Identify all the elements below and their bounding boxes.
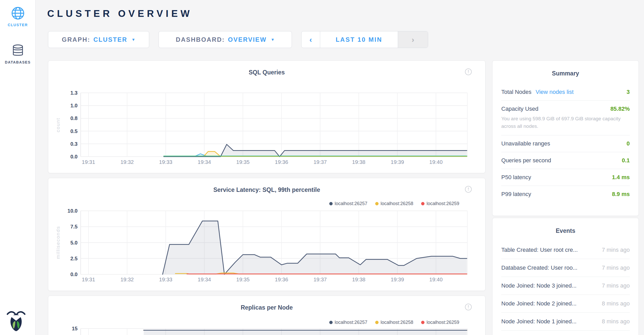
y-axis-tick: 1.0: [70, 103, 78, 108]
page-title: CLUSTER OVERVIEW: [47, 8, 193, 19]
graph-dropdown-label: GRAPH:: [62, 36, 90, 43]
y-axis-tick: 15: [72, 326, 78, 331]
y-axis-tick: 0.3: [70, 141, 78, 147]
x-axis-tick: 19:31: [82, 159, 95, 165]
graph-dropdown[interactable]: GRAPH: CLUSTER ▼: [48, 31, 149, 48]
x-axis-tick: 19:33: [159, 276, 172, 282]
summary-row-queries-per-second: Queries per second 0.1: [501, 152, 630, 169]
summary-row-label: Unavailable ranges: [501, 140, 550, 147]
event-label: Database Created: User roo...: [501, 264, 577, 271]
summary-row-label: Capacity Used: [501, 106, 538, 112]
event-label: Node Joined: Node 2 joined...: [501, 300, 577, 307]
y-axis-tick: 2.5: [70, 256, 78, 261]
event-row[interactable]: Node Joined: Node 2 joined... 8 mins ago: [501, 295, 630, 313]
summary-row-label: P99 latency: [501, 191, 531, 198]
database-icon: [11, 44, 24, 58]
sidebar: CLUSTER DATABASES: [0, 0, 36, 335]
view-nodes-list-link[interactable]: View nodes list: [536, 89, 573, 95]
y-axis-tick: 0.0: [70, 154, 78, 159]
x-axis-tick: 19:36: [275, 276, 288, 282]
y-axis-tick: 0.8: [70, 115, 78, 121]
x-axis-tick: 19:38: [352, 276, 365, 282]
y-axis-tick: 5.0: [70, 240, 78, 246]
x-axis-tick: 19:35: [236, 276, 250, 282]
event-time: 7 mins ago: [602, 282, 630, 289]
sidebar-item-databases[interactable]: DATABASES: [0, 44, 36, 64]
event-row[interactable]: Table Created: User root cre... 7 mins a…: [501, 241, 630, 259]
sql-queries-chart[interactable]: 0.00.30.50.81.01.319:3119:3219:3319:3419…: [48, 61, 486, 173]
y-axis-tick: 0.5: [70, 128, 78, 134]
x-axis-tick: 19:36: [275, 159, 288, 165]
summary-row-value: 8.9 ms: [612, 191, 630, 198]
time-range-value[interactable]: LAST 10 MIN: [320, 31, 398, 48]
event-label: Node Joined: Node 3 joined...: [501, 282, 577, 289]
event-label: Node Joined: Node 1 joined...: [501, 318, 577, 325]
chevron-down-icon: ▼: [132, 37, 135, 42]
cockroachdb-logo-icon[interactable]: [7, 310, 25, 332]
summary-row-value: 3: [627, 89, 630, 95]
x-axis-tick: 19:37: [313, 276, 327, 282]
x-axis-tick: 19:40: [429, 159, 443, 165]
summary-row-total-nodes: Total Nodes View nodes list 3: [501, 84, 630, 101]
events-title: Events: [501, 218, 630, 234]
time-range-selector: ‹ LAST 10 MIN ›: [301, 31, 428, 48]
x-axis-tick: 19:34: [198, 276, 211, 282]
chevron-down-icon: ▼: [271, 37, 275, 42]
capacity-note: You are using 598.9 GiB of 697.9 GiB sto…: [501, 115, 630, 130]
x-axis-tick: 19:33: [159, 159, 172, 165]
event-time: 8 mins ago: [602, 300, 630, 307]
y-axis-tick: 10.0: [67, 208, 78, 214]
sidebar-item-cluster[interactable]: CLUSTER: [0, 6, 36, 27]
x-axis-tick: 19:39: [391, 276, 404, 282]
event-time: 8 mins ago: [602, 318, 630, 325]
y-axis-tick: 7.5: [70, 224, 78, 229]
x-axis-tick: 19:35: [236, 159, 250, 165]
x-axis-tick: 19:37: [313, 159, 327, 165]
event-row[interactable]: Database Created: User roo... 7 mins ago: [501, 259, 630, 277]
summary-title: Summary: [501, 61, 630, 77]
event-label: Table Created: User root cre...: [501, 247, 578, 253]
x-axis-tick: 19:32: [120, 159, 134, 165]
service-latency-chart-panel: Service Latency: SQL, 99th percentile ! …: [48, 178, 485, 291]
summary-row-p50-latency: P50 latency 1.4 ms: [501, 169, 630, 186]
sidebar-item-label: CLUSTER: [0, 23, 36, 27]
x-axis-tick: 19:40: [429, 276, 443, 282]
x-axis-tick: 19:32: [120, 276, 134, 282]
dashboard-dropdown-value: OVERVIEW: [228, 36, 267, 43]
globe-icon: [11, 6, 25, 20]
dashboard-dropdown[interactable]: DASHBOARD: OVERVIEW ▼: [159, 31, 292, 48]
x-axis-tick: 19:31: [82, 276, 95, 282]
sql-queries-chart-panel: SQL Queries ! count 0.00.30.50.81.01.319…: [48, 60, 485, 173]
x-axis-tick: 19:34: [198, 159, 211, 165]
events-panel: Events Table Created: User root cre... 7…: [492, 218, 639, 335]
time-range-next-button[interactable]: ›: [398, 31, 428, 48]
summary-row-capacity-used: Capacity Used 85.82% You are using 598.9…: [501, 101, 630, 135]
event-row[interactable]: Node Joined: Node 1 joined... 8 mins ago: [501, 313, 630, 331]
dashboard-dropdown-label: DASHBOARD:: [176, 36, 225, 43]
cluster-overview-page: CLUSTER DATABASES CLUSTER OVERVIEW GRA: [0, 0, 644, 335]
summary-row-value: 1.4 ms: [612, 174, 630, 181]
summary-row-p99-latency: P99 latency 8.9 ms: [501, 186, 630, 203]
graph-dropdown-value: CLUSTER: [93, 36, 127, 43]
summary-row-value: 0.1: [622, 157, 630, 164]
service-latency-chart[interactable]: 0.02.55.07.510.019:3119:3219:3319:3419:3…: [48, 178, 486, 291]
event-time: 7 mins ago: [602, 247, 630, 253]
summary-panel: Summary Total Nodes View nodes list 3 Ca…: [492, 60, 639, 216]
summary-row-label: Total Nodes: [501, 89, 531, 95]
x-axis-tick: 19:39: [391, 159, 404, 165]
replicas-per-node-chart[interactable]: 15105019:3119:3219:3319:3419:3519:3619:3…: [48, 296, 486, 335]
time-range-prev-button[interactable]: ‹: [302, 31, 320, 48]
summary-row-value: 85.82%: [610, 106, 630, 112]
sidebar-item-label: DATABASES: [0, 60, 36, 64]
x-axis-tick: 19:38: [352, 159, 365, 165]
replicas-per-node-chart-panel: Replicas per Node ! localhost:26257local…: [48, 296, 485, 335]
y-axis-tick: 0.0: [70, 271, 78, 277]
summary-row-unavailable-ranges: Unavailable ranges 0: [501, 135, 630, 152]
event-time: 7 mins ago: [602, 264, 630, 271]
summary-row-label: Queries per second: [501, 157, 551, 164]
summary-row-label: P50 latency: [501, 174, 531, 181]
event-row[interactable]: Node Joined: Node 3 joined... 7 mins ago: [501, 277, 630, 295]
summary-row-value: 0: [627, 140, 630, 147]
y-axis-tick: 1.3: [70, 90, 78, 96]
